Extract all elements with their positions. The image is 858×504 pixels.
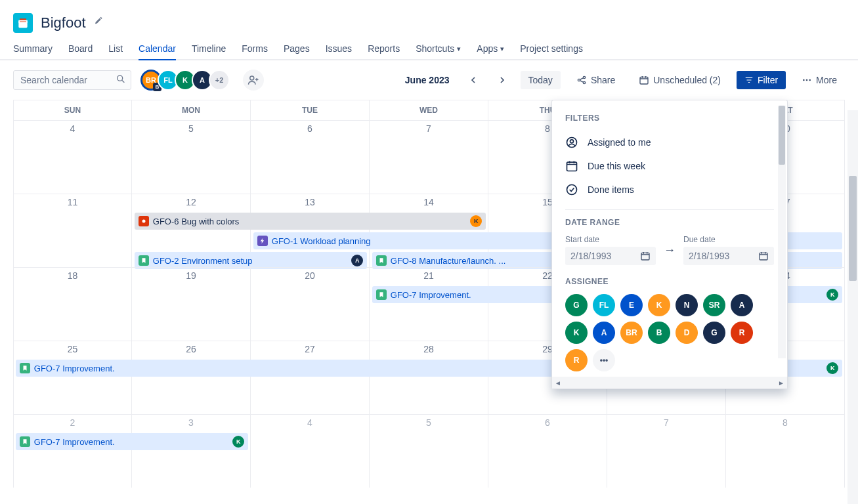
- tab-summary[interactable]: Summary: [13, 38, 53, 59]
- filter-assigned-to-me[interactable]: Assigned to me: [565, 131, 774, 154]
- assignee-chip[interactable]: E: [620, 294, 643, 316]
- assignee-chip[interactable]: SR: [703, 294, 725, 316]
- svg-rect-17: [760, 253, 767, 260]
- day-number: 20: [256, 270, 364, 281]
- person-icon: [565, 136, 578, 149]
- assignee-title: ASSIGNEE: [565, 277, 774, 286]
- day-cell[interactable]: 26: [132, 341, 251, 414]
- due-date-label: Due date: [683, 235, 774, 244]
- start-date-label: Start date: [565, 235, 656, 244]
- unscheduled-button[interactable]: Unscheduled (2): [631, 71, 729, 89]
- tab-list[interactable]: List: [108, 38, 123, 59]
- svg-rect-7: [640, 77, 648, 84]
- scroll-right-icon[interactable]: ►: [775, 379, 787, 387]
- avatar-overflow[interactable]: +2: [209, 70, 230, 91]
- assignee-chip[interactable]: B: [648, 322, 670, 344]
- tab-forms[interactable]: Forms: [242, 38, 268, 59]
- filter-due-this-week[interactable]: Due this week: [565, 154, 774, 178]
- calendar-event[interactable]: GFO-7 Improvement.K: [16, 433, 248, 450]
- tab-shortcuts[interactable]: Shortcuts▾: [416, 38, 461, 59]
- day-cell[interactable]: 28: [370, 341, 488, 414]
- day-header: MON: [132, 100, 251, 120]
- assignee-chip[interactable]: G: [703, 322, 725, 344]
- tab-pages[interactable]: Pages: [284, 38, 310, 59]
- day-number: 4: [256, 417, 364, 428]
- day-cell[interactable]: 5: [370, 415, 488, 488]
- divider: [565, 209, 774, 210]
- day-cell[interactable]: 11: [13, 194, 132, 267]
- edit-icon[interactable]: [94, 16, 104, 30]
- assignee-chip[interactable]: BR: [620, 322, 643, 344]
- assignee-chip[interactable]: A: [731, 294, 753, 316]
- more-button[interactable]: More: [794, 71, 845, 89]
- calendar-toolbar: BRBFLKA+2 June 2023 Today Share Unschedu…: [0, 60, 858, 100]
- day-cell[interactable]: 21: [370, 268, 488, 341]
- project-header: Bigfoot: [0, 0, 858, 38]
- assignee-chip[interactable]: K: [648, 294, 670, 316]
- tab-board[interactable]: Board: [68, 38, 93, 59]
- scroll-left-icon[interactable]: ◄: [552, 379, 564, 387]
- day-cell[interactable]: 8: [726, 415, 845, 488]
- panel-scrollbar-horizontal[interactable]: ◄ ►: [552, 377, 787, 388]
- panel-scrollbar-vertical[interactable]: [778, 106, 786, 358]
- story-icon: [20, 436, 30, 447]
- tab-apps[interactable]: Apps▾: [477, 38, 504, 59]
- day-number: 26: [137, 344, 245, 354]
- day-cell[interactable]: 7: [370, 121, 488, 194]
- assignee-chip[interactable]: R: [731, 322, 753, 344]
- day-cell[interactable]: 6: [251, 121, 370, 194]
- day-cell[interactable]: 20: [251, 268, 370, 341]
- due-date-input[interactable]: 2/18/1993: [683, 247, 774, 265]
- day-cell[interactable]: 4: [13, 121, 132, 194]
- day-number: 8: [731, 417, 839, 428]
- arrow-right-icon: →: [664, 243, 676, 257]
- today-button[interactable]: Today: [521, 71, 561, 89]
- day-number: 25: [19, 344, 126, 354]
- tab-issues[interactable]: Issues: [326, 38, 352, 59]
- day-cell[interactable]: 2: [13, 415, 132, 488]
- page-scrollbar[interactable]: [847, 110, 858, 504]
- share-button[interactable]: Share: [568, 71, 623, 89]
- assignee-chip[interactable]: A: [593, 322, 615, 344]
- day-cell[interactable]: 5: [132, 121, 251, 194]
- assignee-chip[interactable]: N: [676, 294, 698, 316]
- start-date-input[interactable]: 2/18/1993: [565, 247, 656, 265]
- event-label: GFO-7 Improvement.: [34, 437, 115, 447]
- filter-done-items[interactable]: Done items: [565, 178, 774, 201]
- day-number: 6: [256, 123, 364, 134]
- event-label: GFO-7 Improvement.: [391, 290, 471, 300]
- tab-project-settings[interactable]: Project settings: [520, 38, 583, 59]
- day-cell[interactable]: 27: [251, 341, 370, 414]
- filter-button[interactable]: Filter: [737, 71, 786, 89]
- tab-calendar[interactable]: Calendar: [139, 38, 176, 59]
- assignee-chip[interactable]: D: [676, 322, 698, 344]
- search-icon[interactable]: [116, 74, 126, 87]
- assignee-more-button[interactable]: •••: [593, 349, 615, 371]
- calendar-icon: [565, 159, 578, 173]
- day-cell[interactable]: 3: [132, 415, 251, 488]
- assignee-chip[interactable]: G: [565, 294, 588, 316]
- svg-point-10: [809, 79, 811, 81]
- assignee-avatar: K: [826, 362, 838, 374]
- search-input[interactable]: [13, 70, 131, 90]
- day-number: 21: [375, 270, 483, 281]
- day-cell[interactable]: 25: [13, 341, 132, 414]
- check-circle-icon: [565, 183, 578, 196]
- day-cell[interactable]: 4: [251, 415, 370, 488]
- tab-reports[interactable]: Reports: [368, 38, 400, 59]
- assignee-chip[interactable]: K: [565, 322, 588, 344]
- assignee-chip[interactable]: FL: [593, 294, 615, 316]
- day-cell[interactable]: 19: [132, 268, 251, 341]
- prev-month-button[interactable]: [463, 70, 484, 91]
- day-cell[interactable]: 7: [607, 415, 726, 488]
- day-cell[interactable]: 6: [488, 415, 607, 488]
- svg-point-11: [142, 220, 145, 223]
- calendar-event[interactable]: GFO-6 Bug with colorsK: [135, 213, 486, 230]
- day-cell[interactable]: 18: [13, 268, 132, 341]
- next-month-button[interactable]: [492, 70, 513, 91]
- tab-timeline[interactable]: Timeline: [192, 38, 226, 59]
- add-people-button[interactable]: [243, 70, 264, 91]
- date-range-row: Start date 2/18/1993 → Due date 2/18/199…: [565, 235, 774, 265]
- assignee-chip[interactable]: R: [565, 349, 588, 371]
- assignee-grid: GFLEKNSRAKABRBDGRR•••: [565, 294, 774, 371]
